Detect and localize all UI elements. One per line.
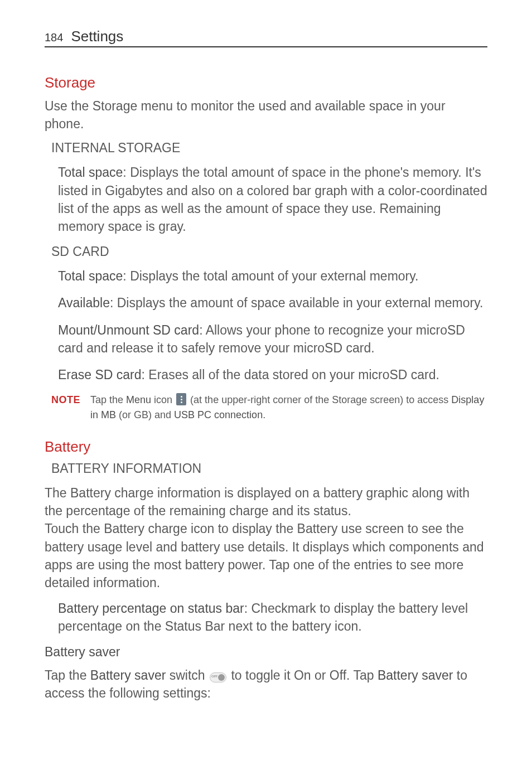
sd-mount-item: Mount/Unmount SD card: Allows your phone… [58,321,487,357]
internal-total-item: Total space: Displays the total amount o… [58,163,487,235]
internal-storage-heading: INTERNAL STORAGE [51,141,487,156]
saver-pre: Tap the [45,668,90,682]
menu-icon [176,393,186,405]
saver-bold2: Battery saver [378,668,453,682]
battery-p1: The Battery charge information is displa… [45,484,487,520]
internal-total-label: Total space [58,165,123,180]
note-usb-bold: USB PC connection [174,409,263,420]
battery-p2: Touch the Battery charge icon to display… [45,520,487,592]
sd-mount-label: Mount/Unmount SD card [58,323,199,337]
storage-note: NOTE Tap the Menu icon (at the upper-rig… [51,393,487,423]
toggle-off-icon: OFF [210,672,226,682]
battery-pct-item: Battery percentage on status bar: Checkm… [58,599,487,635]
sd-available-label: Available [58,296,110,310]
sd-total-text: : Displays the total amount of your exte… [123,269,418,283]
sd-card-heading: SD CARD [51,244,487,259]
battery-pct-label: Battery percentage on status bar [58,601,244,616]
page-number: 184 [45,31,63,44]
battery-info-heading: BATTERY INFORMATION [51,461,487,476]
storage-intro: Use the Storage menu to monitor the used… [45,97,487,133]
note-text: Tap the Menu icon (at the upper-right co… [90,393,487,423]
sd-erase-label: Erase SD card [58,367,142,382]
saver-mid1: switch [166,668,209,682]
sd-total-label: Total space [58,269,123,283]
storage-section-title: Storage [45,74,487,91]
sd-available-text: : Displays the amount of space available… [110,296,483,310]
page-header: 184 Settings [45,28,487,47]
note-or: (or GB) and [116,409,174,420]
sd-available-item: Available: Displays the amount of space … [58,294,487,312]
sd-erase-text: : Erases all of the data stored on your … [142,367,439,382]
header-title: Settings [71,28,123,47]
page-container: 184 Settings Storage Use the Storage men… [0,0,532,765]
battery-saver-text: Tap the Battery saver switch OFF to togg… [45,666,487,702]
saver-mid2: to toggle it On or Off. Tap [228,668,378,682]
sd-total-item: Total space: Displays the total amount o… [58,267,487,285]
note-pre: Tap the [90,394,126,405]
note-mid1: icon [151,394,175,405]
note-menu-bold: Menu [126,394,151,405]
note-label: NOTE [51,393,90,423]
saver-bold1: Battery saver [90,668,166,682]
battery-saver-heading: Battery saver [45,645,487,660]
sd-erase-item: Erase SD card: Erases all of the data st… [58,366,487,384]
battery-section-title: Battery [45,438,487,456]
note-end: . [263,409,265,420]
note-mid2: (at the upper-right corner of the Storag… [187,394,451,405]
internal-total-text: : Displays the total amount of space in … [58,165,487,234]
